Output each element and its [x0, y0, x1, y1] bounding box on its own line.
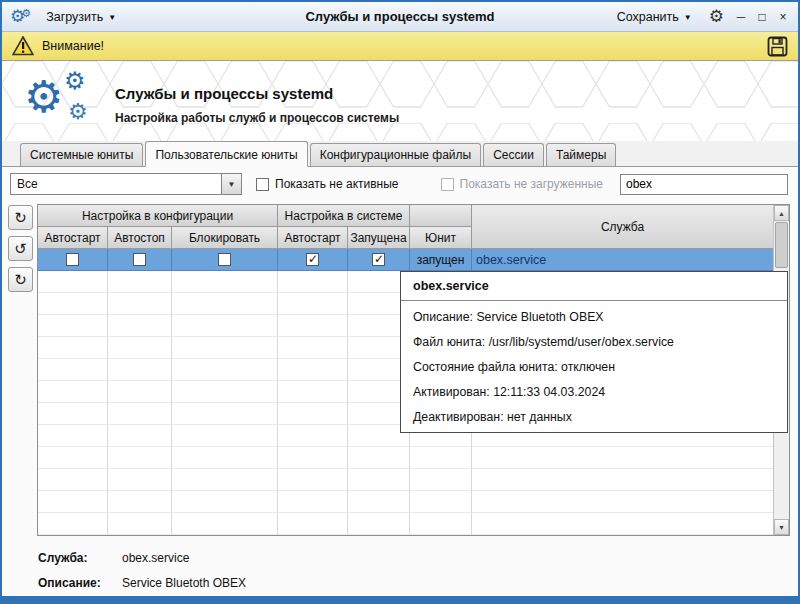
minimize-button[interactable]: ─: [734, 10, 748, 24]
table-row[interactable]: запущен obex.service: [38, 249, 773, 271]
table-header: Настройка в конфигурации Настройка в сис…: [38, 205, 773, 249]
search-input[interactable]: [620, 174, 788, 195]
chevron-down-icon: ▼: [108, 13, 116, 22]
column-header-unit[interactable]: Юнит: [410, 227, 472, 249]
maximize-button[interactable]: □: [755, 10, 769, 24]
show-inactive-label: Показать не активные: [275, 177, 399, 191]
save-menu-button[interactable]: Сохранить ▼: [610, 6, 699, 28]
column-header-config-autostart[interactable]: Автостарт: [38, 227, 108, 249]
service-tooltip: obex.service Описание: Service Bluetoth …: [400, 271, 788, 433]
tooltip-activated: Активирован: 12:11:33 04.03.2024: [401, 376, 787, 401]
checkbox-checked[interactable]: [306, 253, 319, 266]
tab-user-units[interactable]: Пользовательские юниты: [145, 141, 307, 167]
cell-config-block[interactable]: [172, 249, 278, 271]
group-header-config: Настройка в конфигурации: [38, 205, 278, 227]
page-title: Службы и процессы systemd: [115, 85, 333, 102]
close-button[interactable]: ×: [776, 10, 790, 24]
column-header-config-block[interactable]: Блокировать: [172, 227, 278, 249]
app-gear-icon: ⚙⚙: [10, 8, 31, 25]
column-header-service[interactable]: Служба: [472, 205, 773, 249]
filter-bar: Все ▼ Показать не активные Показать не з…: [2, 167, 798, 201]
footer-description-value: Service Bluetoth OBEX: [122, 576, 246, 590]
column-header-config-autostop[interactable]: Автостоп: [108, 227, 172, 249]
footer-info: Служба: obex.service Описание: Service B…: [2, 541, 798, 601]
empty-row: [38, 469, 773, 491]
show-inactive-checkbox[interactable]: Показать не активные: [256, 177, 399, 191]
column-header-system-running[interactable]: Запущена: [348, 227, 410, 249]
group-header-system: Настройка в системе: [278, 205, 410, 227]
refresh-icon: ↻: [14, 209, 27, 227]
units-table: Настройка в конфигурации Настройка в сис…: [37, 204, 790, 536]
empty-row: [38, 491, 773, 513]
page-subtitle: Настройка работы служб и процессов систе…: [115, 111, 399, 125]
tooltip-unit-state: Состояние файла юнита: отключен: [401, 351, 787, 376]
tab-sessions[interactable]: Сессии: [483, 143, 544, 166]
checkbox-checked[interactable]: [372, 253, 385, 266]
footer-service-value: obex.service: [122, 551, 189, 565]
settings-gear-icon[interactable]: ⚙: [709, 8, 724, 25]
load-menu-button[interactable]: Загрузить ▼: [39, 6, 123, 28]
save-file-icon[interactable]: [767, 36, 788, 57]
empty-row: [38, 513, 773, 535]
show-unloaded-checkbox: Показать не загруженные: [441, 177, 603, 191]
footer-service-label: Служба:: [38, 551, 122, 565]
filter-dropdown-value: Все: [17, 177, 38, 191]
reload-icon: ↻: [14, 271, 27, 289]
checkbox-unchecked[interactable]: [133, 253, 146, 266]
warning-bar: Внимание!: [2, 32, 798, 61]
side-toolbar: ↻ ↺ ↻: [8, 204, 36, 541]
cell-service-name[interactable]: obex.service: [472, 249, 773, 271]
reload-button[interactable]: ↻: [8, 267, 33, 292]
warning-label: Внимание!: [42, 39, 104, 53]
main-area: ↻ ↺ ↻ Настройка в конфигурации Настройка…: [2, 201, 798, 541]
tooltip-unit-file: Файл юнита: /usr/lib/systemd/user/obex.s…: [401, 326, 787, 351]
scroll-up-button[interactable]: ▲: [774, 205, 789, 221]
cell-config-autostart[interactable]: [38, 249, 108, 271]
empty-row: [38, 447, 773, 469]
tab-config-files[interactable]: Конфигурационные файлы: [310, 143, 481, 166]
column-header-system-autostart[interactable]: Автостарт: [278, 227, 348, 249]
tooltip-deactivated: Деактивирован: нет данных: [401, 401, 787, 426]
tab-system-units[interactable]: Системные юниты: [20, 143, 143, 166]
checkbox-unchecked[interactable]: [218, 253, 231, 266]
load-menu-label: Загрузить: [46, 10, 103, 24]
revert-icon: ↺: [14, 240, 27, 258]
cell-system-running[interactable]: [348, 249, 410, 271]
checkbox-box: [441, 178, 454, 191]
show-unloaded-label: Показать не загруженные: [460, 177, 603, 191]
checkbox-unchecked[interactable]: [66, 253, 79, 266]
app-window: ⚙⚙ Загрузить ▼ Службы и процессы systemd…: [0, 0, 800, 604]
chevron-down-icon[interactable]: ▼: [221, 174, 241, 194]
checkbox-box[interactable]: [256, 178, 269, 191]
chevron-down-icon: ▼: [684, 13, 692, 22]
cell-config-autostop[interactable]: [108, 249, 172, 271]
tooltip-description: Описание: Service Bluetoth OBEX: [401, 301, 787, 326]
group-header-blank: [410, 205, 472, 227]
warning-icon: [12, 36, 34, 56]
tab-bar: Системные юниты Пользовательские юниты К…: [2, 141, 798, 167]
app-header: ⚙ ⚙ ⚙ Службы и процессы systemd Настройк…: [2, 61, 798, 141]
cell-system-autostart[interactable]: [278, 249, 348, 271]
revert-button[interactable]: ↺: [8, 236, 33, 261]
scroll-down-button[interactable]: ▼: [774, 519, 789, 535]
refresh-button[interactable]: ↻: [8, 205, 33, 230]
filter-dropdown[interactable]: Все ▼: [10, 173, 242, 195]
cell-unit-status: запущен: [410, 249, 472, 271]
footer-description-label: Описание:: [38, 576, 122, 590]
save-menu-label: Сохранить: [617, 10, 679, 24]
scrollbar-thumb[interactable]: [775, 222, 788, 268]
tab-timers[interactable]: Таймеры: [546, 143, 616, 166]
titlebar: ⚙⚙ Загрузить ▼ Службы и процессы systemd…: [2, 2, 798, 32]
tooltip-title: obex.service: [401, 272, 787, 301]
